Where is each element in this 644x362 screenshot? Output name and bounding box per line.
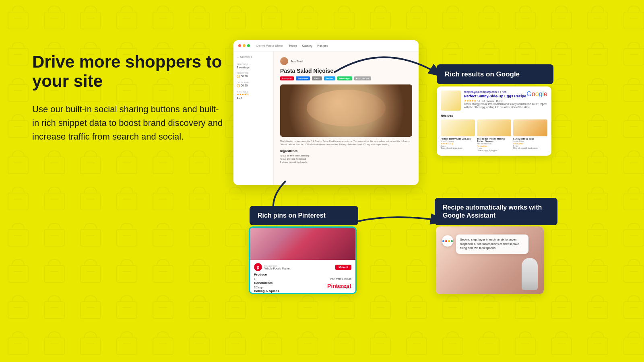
ingredient-2: ½ cup chopped fresh basil bbox=[280, 158, 412, 160]
produce-name: Peel from 1 lemon bbox=[330, 278, 351, 280]
recipe-title: Pasta Salad Niçoise bbox=[280, 68, 412, 74]
recipe-card: Demo Pasta Store Home Catalog Recipes ← … bbox=[233, 40, 419, 185]
prep-time-label: Prep time bbox=[237, 72, 270, 74]
servings-value: 3 servings bbox=[237, 66, 270, 69]
baking-title: Baking & Spices bbox=[254, 289, 351, 293]
condiment-qty: 1/2 cup bbox=[254, 286, 262, 289]
google-recipe-3: Sunny side up eggs Jamie Oliver No revie… bbox=[513, 119, 547, 152]
google-recipes-grid: Perfect Sunny-Side-Up Eggs Your Company … bbox=[441, 119, 547, 152]
produce-title: Produce bbox=[254, 273, 351, 276]
nav-catalog: Catalog bbox=[302, 44, 312, 47]
google-recipe-2: This is the Trick to Making Perfect Sunn… bbox=[477, 119, 511, 152]
minimize-dot bbox=[243, 44, 246, 47]
nav-recipes: Recipes bbox=[317, 44, 328, 47]
author-bar: Jess Noel bbox=[280, 57, 412, 65]
google-recipe-1: Perfect Sunny-Side-Up Eggs Your Company … bbox=[441, 119, 475, 152]
produce-item-1: 1 Peel from 1 lemon bbox=[254, 278, 351, 280]
recipe-tags-2: Olive oil, eggs, frying pan bbox=[477, 150, 511, 152]
clock-icon-2 bbox=[237, 84, 240, 87]
dot-yellow bbox=[448, 240, 450, 242]
make-it-button[interactable]: Make it bbox=[335, 265, 351, 270]
bowl-image bbox=[280, 84, 412, 137]
description: Use our built-in social sharing buttons … bbox=[32, 103, 225, 144]
recipe-thumb-1 bbox=[441, 119, 475, 136]
recipe-tags-1: Toast, olive oil, eggs, leave bbox=[441, 147, 475, 149]
nav-home: Home bbox=[289, 44, 297, 47]
share-pinterest[interactable]: Pinterest bbox=[280, 76, 294, 80]
pinterest-source-row: p Recipe from Whole Foods Market Make it bbox=[254, 263, 351, 271]
pinterest-food-image bbox=[250, 228, 355, 260]
pinterest-icon: p bbox=[254, 263, 262, 271]
share-twitter[interactable]: Twitter bbox=[324, 76, 335, 80]
pinterest-label: Rich pins on Pinterest bbox=[250, 206, 358, 225]
recipe-nav-bar: Demo Pasta Store Home Catalog Recipes bbox=[233, 40, 419, 51]
recipe-thumb-2 bbox=[477, 119, 511, 136]
recipe-name-2: This is the Trick to Making Perfect Sunn… bbox=[477, 138, 511, 142]
dot-green bbox=[451, 240, 453, 242]
share-whatsapp[interactable]: WhatsApp bbox=[337, 76, 352, 80]
headline: Drive more shoppers to your site bbox=[32, 52, 225, 91]
assistant-icon bbox=[442, 235, 453, 247]
google-logo: Google bbox=[526, 90, 547, 98]
back-link: ← All recipes bbox=[237, 56, 270, 58]
pinterest-brand-name: Pinterest bbox=[327, 283, 351, 289]
dot-red bbox=[445, 240, 447, 242]
produce-qty: 1 bbox=[254, 278, 256, 280]
recipe-image bbox=[280, 84, 412, 137]
recipe-main-content: Jess Noel Pasta Salad Niçoise Pinterest … bbox=[274, 51, 419, 185]
share-email[interactable]: Email bbox=[312, 76, 322, 80]
rating-value: 4.75 bbox=[237, 97, 270, 99]
cook-time-label: Cook time bbox=[237, 81, 270, 84]
assistant-speech-bubble: Second step, layer in each jar six to se… bbox=[456, 234, 528, 254]
google-description: Crack an egg into a small ramekin and sl… bbox=[464, 103, 547, 109]
share-print[interactable]: Print Recipe bbox=[354, 76, 371, 80]
google-assistant-card: Second step, layer in each jar six to se… bbox=[436, 226, 544, 294]
ingredient-3: 2 cloves minced fresh garlic bbox=[280, 161, 412, 163]
google-home-base bbox=[522, 280, 538, 290]
google-home-device bbox=[522, 258, 538, 290]
pinterest-source-name: Whole Foods Market bbox=[264, 267, 291, 270]
star-rating: ★★★★½ bbox=[237, 93, 270, 96]
assistant-color-dots bbox=[442, 240, 453, 242]
assistant-label: Recipe automatically works with Google A… bbox=[435, 198, 557, 225]
share-facebook[interactable]: Facebook bbox=[296, 76, 310, 80]
assistant-background: Second step, layer in each jar six to se… bbox=[436, 226, 544, 294]
pinterest-card: p Recipe from Whole Foods Market Make it… bbox=[249, 226, 357, 294]
recipe-body: ← All recipes Servings 3 servings Prep t… bbox=[233, 51, 419, 185]
nav-links: Home Catalog Recipes bbox=[289, 44, 328, 47]
prep-time-value: 00:10 bbox=[237, 75, 270, 78]
recipe-thumb-3 bbox=[513, 119, 547, 136]
recipes-section-label: Recipes bbox=[441, 114, 547, 117]
clock-icon bbox=[237, 75, 240, 78]
google-home-top bbox=[522, 258, 538, 280]
pinterest-source-info: Recipe from Whole Foods Market bbox=[264, 265, 291, 270]
ingredients-title: Ingredients bbox=[280, 149, 412, 153]
google-search-card: recipes.yourcompany.com > Fried Perfect … bbox=[437, 86, 551, 156]
servings-label: Servings bbox=[237, 63, 270, 66]
site-name: Demo Pasta Store bbox=[256, 44, 283, 47]
google-review-count: 4.8 · 17 reviews · 15 min bbox=[477, 100, 503, 102]
author-avatar bbox=[280, 57, 288, 65]
window-controls bbox=[238, 44, 250, 47]
pinterest-wordmark: Pinterest bbox=[327, 282, 351, 290]
left-section: Drive more shoppers to your site Use our… bbox=[32, 52, 225, 144]
assistant-speech-text: Second step, layer in each jar six to se… bbox=[460, 238, 519, 250]
close-dot bbox=[238, 44, 241, 47]
dot-blue bbox=[442, 240, 444, 242]
cook-time-value: 00:20 bbox=[237, 84, 270, 87]
share-buttons: Pinterest Facebook Email Twitter WhatsAp… bbox=[280, 76, 412, 80]
recipe-description: The following recipe meets the '5 A Day … bbox=[280, 140, 412, 146]
google-label: Rich results on Google bbox=[437, 64, 553, 84]
author-name: Jess Noel bbox=[291, 60, 303, 63]
recipe-sidebar: ← All recipes Servings 3 servings Prep t… bbox=[233, 51, 274, 185]
recipe-tags-3: Olive oil, sea salt, black pepper bbox=[513, 147, 547, 149]
google-result-thumb bbox=[441, 90, 461, 111]
google-rating-stars: ★★★★★ 4.8 · 17 reviews · 15 min bbox=[464, 99, 547, 103]
ingredient-1: ¼ cup fat-free Italian dressing bbox=[280, 154, 412, 157]
maximize-dot bbox=[247, 44, 250, 47]
